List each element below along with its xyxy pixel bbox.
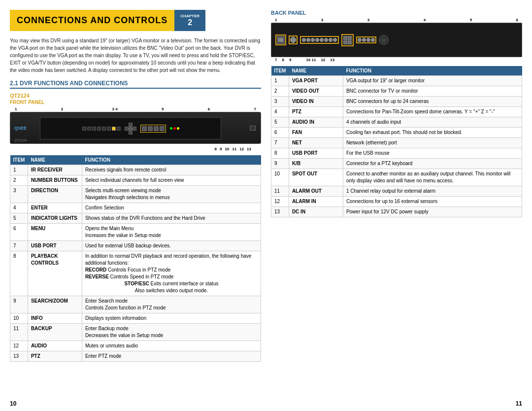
highlighted-btn [112,127,116,131]
front-table-row: 9SEARCH/ZOOMEnter Search modeControls Zo… [10,296,261,313]
bp-num-4: 4 [424,18,426,22]
front-row-function: Shows status of the DVR Functions and th… [82,213,261,224]
btn-visual [107,127,111,131]
fp-num-6: 6 [208,107,210,111]
back-row-function: 1 Channel relay output for external alar… [343,186,522,197]
back-row-name: K/B [289,159,343,169]
page-number-right: 11 [516,400,522,407]
back-table-header-item: ITEM [271,66,289,76]
front-row-name: INDICATOR LIGHTS [28,213,82,224]
btn-visual [102,127,106,131]
front-table-row: 4ENTERConfirm Selection [10,203,261,213]
btn-visual [117,127,121,131]
fan-visual: ⊕ [379,35,389,45]
chapter-number: 2 [188,18,192,27]
front-row-function: Receives signals from remote control [82,165,261,175]
front-row-function: Confirm Selection [82,203,261,213]
back-row-name: DC IN [289,207,343,217]
front-table-row: 12AUDIOMutes or unmutes audio [10,341,261,351]
front-table-row: 10INFODisplays system information [10,313,261,324]
back-row-item: 3 [271,97,289,107]
front-table-header-item: ITEM [10,155,28,165]
front-table-row: 6MENUOpens the Main MenuIncreases the va… [10,224,261,241]
front-row-name: INFO [28,313,82,324]
usb-port-visual [250,126,256,131]
back-row-item: 5 [271,117,289,128]
back-panel-device: ⊕ [271,23,522,57]
back-row-item: 8 [271,148,289,159]
back-row-function: Connections for up to 16 external sensor… [343,197,522,207]
back-row-function: Cooling fan exhaust port. This should no… [343,128,522,138]
front-table-row: 1IR RECEIVERReceives signals from remote… [10,165,261,175]
btn-visual [87,127,91,131]
back-panel-table: ITEM NAME FUNCTION 1VGA PORTVGA output f… [271,66,522,217]
front-row-name: USB PORT [28,241,82,251]
back-row-item: 13 [271,207,289,217]
chapter-title-box: CONNECTIONS AND CONTROLS [10,10,174,31]
front-row-item: 13 [10,351,28,362]
front-panel-device: QSEE [10,112,261,144]
front-row-item: 10 [10,313,28,324]
direction-pad-visual [125,123,136,135]
back-row-item: 4 [271,107,289,117]
ptz-visual [341,34,354,46]
front-panel-label: FRONT PANEL [10,100,261,105]
front-table-row: 5INDICATOR LIGHTSShows status of the DVR… [10,213,261,224]
back-row-function: BNC connectors for up to 24 cameras [343,97,522,107]
front-row-item: 6 [10,224,28,241]
front-row-item: 11 [10,324,28,341]
front-row-name: SEARCH/ZOOM [28,296,82,313]
front-row-item: 3 [10,186,28,203]
back-row-name: FAN [289,128,343,138]
audio-in-visual [356,36,376,43]
front-row-function: Enter PTZ mode [82,351,261,362]
front-row-name: BACKUP [28,324,82,341]
front-row-function: Selects multi-screen viewing modeNavigat… [82,186,261,203]
playback-buttons-visual [140,125,166,133]
fp-num-2: 2 [61,107,63,111]
back-row-item: 11 [271,186,289,197]
front-row-name: AUDIO [28,341,82,351]
front-table-row: 3DIRECTIONSelects multi-screen viewing m… [10,186,261,203]
front-row-function: Select individual channels for full scre… [82,175,261,186]
front-row-name: NUMBER BUTTONS [28,175,82,186]
back-row-name: VIDEO OUT [289,86,343,97]
vga-port-visual [275,34,286,45]
bp-num-9: 9 [289,58,291,62]
back-table-row: 5AUDIO IN4 channels of audio input [271,117,522,128]
front-row-function: Opens the Main MenuIncreases the value i… [82,224,261,241]
front-row-name: PTZ [28,351,82,362]
back-table-row: 1VGA PORTVGA output for 19" or larger mo… [271,76,522,86]
btn-visual [82,127,86,131]
indicator-lights-visual [170,127,179,130]
front-row-name: MENU [28,224,82,241]
front-row-name: ENTER [28,203,82,213]
back-row-item: 1 [271,76,289,86]
chapter-header: CONNECTIONS AND CONTROLS CHAPTER 2 [10,10,261,31]
bp-num-3: 3 [367,18,369,22]
back-row-function: Power input for 12V DC power supply [343,207,522,217]
fp-num-9: 9 [220,147,222,151]
bp-num-1: 1 [275,18,277,22]
back-table-row: 8USB PORTFor the USB mouse [271,148,522,159]
front-row-item: 7 [10,241,28,251]
front-row-item: 1 [10,165,28,175]
back-table-row: 4PTZConnections for Pan-Tilt-Zoom speed … [271,107,522,117]
front-table-row: 2NUMBER BUTTONSSelect individual channel… [10,175,261,186]
back-row-name: USB PORT [289,148,343,159]
front-row-item: 2 [10,175,28,186]
back-row-name: PTZ [289,107,343,117]
bp-num-13: 13 [330,58,334,62]
fp-num-11: 11 [232,147,236,151]
back-table-row: 6FANCooling fan exhaust port. This shoul… [271,128,522,138]
btn-visual [97,127,101,131]
front-table-row: 7USB PORTUsed for external USB backup de… [10,241,261,251]
front-table-header-name: NAME [28,155,82,165]
video-out-visual [289,35,298,44]
back-table-row: 3VIDEO INBNC connectors for up to 24 cam… [271,97,522,107]
back-row-function: 4 channels of audio input [343,117,522,128]
front-table-row: 11BACKUPEnter Backup modeDecreases the v… [10,324,261,341]
front-row-function: Enter Backup modeDecreases the value in … [82,324,261,341]
front-row-function: Mutes or unmutes audio [82,341,261,351]
back-table-row: 10SPOT OUTConnect to another monitor as … [271,169,522,186]
